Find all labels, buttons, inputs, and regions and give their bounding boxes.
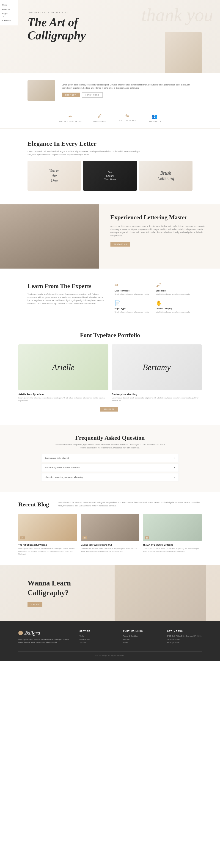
learn-more-button[interactable]: LEARN MORE <box>82 92 103 98</box>
cta-heading-line2: Calligraphy? <box>28 588 69 597</box>
further-link-terms[interactable]: Terms & Condition <box>123 635 158 637</box>
faq-chevron-2: ▾ <box>174 467 175 469</box>
technique-line: ✏ Line Technique Ut elit tellus, luctus … <box>115 282 151 296</box>
cta-heading: Wanna Learn Calligraphy? <box>28 578 96 597</box>
master-image <box>0 205 99 269</box>
blog-date-2: 22 <box>83 536 87 539</box>
faq-section: Frequently Asked Question Vivamus sollic… <box>0 425 220 492</box>
blog-heading: Recent Blog <box>18 501 49 508</box>
hero-title-line2: Calligraphy <box>28 29 86 42</box>
cta-section: Wanna Learn Calligraphy? JOIN US <box>0 565 220 621</box>
technique-brush: 🖌 Brush Nib Ut elit tellus, luctus nec u… <box>156 282 192 296</box>
portfolio-item-bertamy: Bertamy Bertamy Handwriting Lorem ipsum … <box>112 344 202 402</box>
gallery-item-1: You'retheOne <box>28 161 81 191</box>
feature-font-typeface: Aa FONT TYPEFACE <box>118 114 136 123</box>
shop-now-button[interactable]: SHOP NOW <box>62 93 80 97</box>
paper-type-desc: Ut elit tellus, luctus nec ullamcorper m… <box>115 311 151 313</box>
gallery-grid: You'retheOne GetDreamNew Years BrushLett… <box>28 161 192 191</box>
arielle-image: Arielle <box>18 344 108 390</box>
modern-lettering-label: MODERN LETTERING <box>59 121 82 123</box>
portfolio-see-more-container: SEE MORE <box>18 402 202 416</box>
gallery-item-3: BrushLettering <box>139 161 192 191</box>
brush-nib-title: Brush Nib <box>156 290 192 292</box>
portfolio-item-arielle: Arielle Arielle Font Typeface Lorem ipsu… <box>18 344 108 402</box>
intro-body: Lorem ipsum dolor sit amet, consectetur … <box>62 84 192 90</box>
portfolio-section: Font Typeface Portfolio Arielle Arielle … <box>0 322 220 425</box>
faq-question-3: The quick, brown fox jumps over a lazy d… <box>45 476 83 478</box>
footer-service: Service Tools Communities Tutorials <box>80 630 114 645</box>
service-link-communities[interactable]: Communities <box>80 638 114 640</box>
technique-paper: 📄 Paper Type Ut elit tellus, luctus nec … <box>115 300 151 313</box>
master-heading: Experienced Lettering Master <box>111 214 209 221</box>
contact-us-button[interactable]: CONTACT US <box>111 242 130 247</box>
experts-heading: Learn From The Experts <box>28 282 105 290</box>
cta-heading-line1: Wanna Learn <box>28 579 71 587</box>
paper-type-icon: 📄 <box>115 300 151 306</box>
blog-title-1: The Art Of Beautiful Writing <box>18 544 77 546</box>
further-link-license[interactable]: License <box>123 638 158 640</box>
further-links-heading: Further Links <box>123 630 158 632</box>
brand-desc: Lorem ipsum dolor sit amet, consectetur … <box>18 638 70 644</box>
nav-home[interactable]: Home <box>2 3 16 6</box>
faq-question-1: Lorem ipsum dolor sit amet <box>45 457 69 459</box>
blog-date-1: 27 <box>20 536 25 539</box>
contact-heading: Get In Touch <box>167 630 202 632</box>
hero-title-line1: The Art of <box>28 16 78 29</box>
hero-section: thank you THE ELEGANCE OF WRITING The Ar… <box>0 0 220 73</box>
portfolio-heading: Font Typeface Portfolio <box>18 332 202 339</box>
further-link-news[interactable]: News <box>123 641 158 644</box>
intro-content: Lorem ipsum dolor sit amet, consectetur … <box>0 73 220 105</box>
experts-body: Vestibulum feugiat leo felis, gravida cu… <box>28 293 105 305</box>
community-label: COMMUNITY <box>148 121 162 123</box>
arielle-desc: Lorem ipsum dolor sit amet, consectetur … <box>18 397 108 402</box>
blog-desc-3: Lorem ipsum dolor sit amet, consectetur … <box>143 547 202 553</box>
gallery-text-2: GetDreamNew Years <box>101 168 119 184</box>
master-section: Experienced Lettering Master Aenean tae … <box>0 205 220 269</box>
experts-section: Learn From The Experts Vestibulum feugia… <box>0 273 220 322</box>
contact-phone2: +1 (07) 876 445 <box>167 641 202 644</box>
contact-phone1: +1 (07) 876 445 <box>167 638 202 640</box>
blog-post-1: 27 The Art Of Beautiful Writing Lorem ip… <box>18 514 77 555</box>
service-link-tools[interactable]: Tools <box>80 635 114 637</box>
faq-chevron-1: ▾ <box>174 457 175 459</box>
see-more-button[interactable]: SEE MORE <box>100 407 118 411</box>
bertamy-font-text: Bertamy <box>143 363 171 372</box>
feature-workshop: 🖊 WORKSHOP <box>93 114 106 123</box>
correct-gripping-icon: ✋ <box>156 300 192 306</box>
master-body: Aenean tae felis rutrum, fermentum torto… <box>111 225 209 237</box>
cta-background-image <box>115 565 206 621</box>
font-typeface-label: FONT TYPEFACE <box>118 119 136 121</box>
line-technique-icon: ✏ <box>115 282 151 288</box>
faq-item-3[interactable]: The quick, brown fox jumps over a lazy d… <box>41 473 179 482</box>
faq-item-2[interactable]: Far far away behind the word mountains ▾ <box>41 464 179 472</box>
nav-contact[interactable]: Contact Us <box>2 19 16 22</box>
line-technique-title: Line Technique <box>115 290 151 292</box>
gallery-item-2: GetDreamNew Years <box>83 161 136 191</box>
features-row: ✒ MODERN LETTERING 🖊 WORKSHOP Aa FONT TY… <box>0 108 220 129</box>
footer-brand: ℬaligra Lorem ipsum dolor sit amet, cons… <box>18 630 70 645</box>
experts-techniques: ✏ Line Technique Ut elit tellus, luctus … <box>115 282 192 313</box>
footer-grid: ℬaligra Lorem ipsum dolor sit amet, cons… <box>18 630 202 645</box>
service-link-tutorials[interactable]: Tutorials <box>80 641 114 644</box>
footer: ℬaligra Lorem ipsum dolor sit amet, cons… <box>0 621 220 661</box>
service-heading: Service <box>80 630 114 632</box>
faq-item-1[interactable]: Lorem ipsum dolor sit amet ▾ <box>41 454 179 462</box>
intro-text: Lorem ipsum dolor sit amet, consectetur … <box>62 84 192 98</box>
paper-type-title: Paper Type <box>115 308 151 310</box>
hero-bg-text: thank you <box>142 5 213 25</box>
workshop-icon: 🖊 <box>93 114 106 119</box>
nav-about[interactable]: About Us <box>2 8 16 11</box>
blog-intro: Lorem ipsum dolor sit amet, consectetur … <box>58 501 202 507</box>
bertamy-desc: Lorem ipsum dolor sit amet, consectetur … <box>112 397 202 402</box>
blog-section: Recent Blog Lorem ipsum dolor sit amet, … <box>0 492 220 565</box>
brush-nib-icon: 🖌 <box>156 282 192 288</box>
navigation: Home About Us Pages Contact Us <box>0 0 18 25</box>
copyright-text: © 2021 Baligra. All Rights Reserved. <box>95 654 125 656</box>
faq-chevron-3: ▾ <box>174 476 175 478</box>
workshop-label: WORKSHOP <box>93 120 106 122</box>
blog-post-2: 22 Making Your Words Stand Out Lorem ips… <box>81 514 139 555</box>
nav-pages[interactable]: Pages <box>2 12 16 15</box>
blog-title-2: Making Your Words Stand Out <box>81 544 139 546</box>
footer-contact: Get In Touch 2465 Club Ridge Drive Smyrn… <box>167 630 202 645</box>
join-us-button[interactable]: JOIN US <box>28 602 42 607</box>
